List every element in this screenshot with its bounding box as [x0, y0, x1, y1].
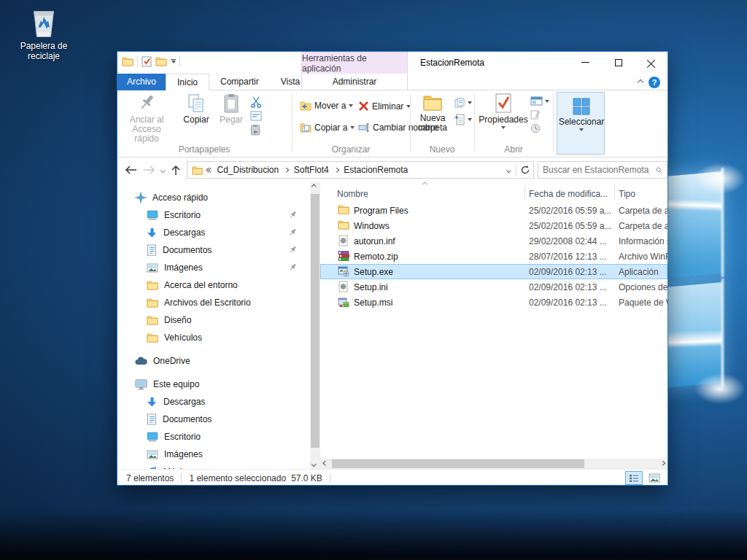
copy-path-icon[interactable]	[250, 111, 262, 121]
copy-icon	[187, 93, 206, 114]
crumb-item[interactable]: EstacionRemota	[339, 165, 412, 175]
properties-icon[interactable]	[142, 56, 152, 67]
recent-locations-icon[interactable]	[160, 168, 165, 172]
sidebar-item-escritorio[interactable]: Escritorio	[117, 206, 310, 224]
column-header-nombre[interactable]: Nombre	[337, 189, 368, 199]
close-button[interactable]	[635, 52, 667, 73]
delete-button[interactable]: Eliminar	[358, 101, 411, 112]
documents-icon	[147, 244, 157, 256]
file-row[interactable]: Remoto.zip 28/07/2016 12:13 ... Archivo …	[320, 249, 667, 264]
file-row-selected[interactable]: Setup.exe 02/09/2016 02:13 ... Aplicació…	[320, 264, 667, 279]
refresh-icon[interactable]	[520, 165, 530, 175]
collapse-ribbon-icon[interactable]	[638, 79, 643, 85]
list-header: Nombre Fecha de modifica... Tipo	[320, 182, 667, 203]
thumbnail-view-button[interactable]	[646, 471, 663, 485]
scroll-right-icon[interactable]	[660, 461, 665, 465]
sidebar-scrollbar[interactable]	[310, 182, 320, 469]
recycle-bin-desktop-icon[interactable]: Papelera de reciclaje	[7, 6, 80, 61]
forward-icon[interactable]	[143, 165, 155, 175]
crumb-overflow-icon[interactable]	[207, 168, 213, 172]
properties-icon	[495, 93, 512, 114]
tab-compartir[interactable]: Compartir	[209, 74, 270, 90]
tab-administrar[interactable]: Administrar	[301, 74, 408, 90]
file-row[interactable]: autorun.inf 29/02/2008 02:44 ... Informa…	[320, 233, 667, 249]
folder-icon[interactable]	[122, 56, 133, 66]
folder-icon	[147, 280, 158, 290]
search-icon[interactable]	[656, 166, 662, 175]
search-box[interactable]	[538, 161, 667, 179]
new-item-button[interactable]	[454, 98, 472, 108]
horizontal-scrollbar[interactable]	[320, 459, 667, 469]
breadcrumb[interactable]: Cd_Distribucion SoftFlot4 EstacionRemota	[187, 161, 535, 179]
tab-archivo[interactable]: Archivo	[117, 74, 166, 90]
column-header-fecha[interactable]: Fecha de modifica...	[529, 189, 608, 199]
back-icon[interactable]	[125, 165, 137, 175]
search-input[interactable]	[543, 165, 656, 175]
easy-access-button[interactable]	[454, 114, 472, 125]
scroll-up-icon[interactable]	[311, 184, 316, 189]
sidebar-item-imagenes-pc[interactable]: Imágenes	[117, 446, 310, 463]
clipboard-small-buttons	[250, 96, 262, 136]
copy-to-button[interactable]: Copiar a	[300, 122, 355, 133]
context-tab-header: Herramientas de aplicación	[301, 52, 408, 74]
sidebar-item-documentos[interactable]: Documentos	[117, 241, 310, 259]
minimize-button[interactable]	[569, 52, 602, 73]
properties-button[interactable]: Propiedades	[479, 93, 527, 129]
sidebar-item-descargas[interactable]: Descargas	[117, 224, 310, 241]
scrollbar-thumb[interactable]	[332, 459, 584, 468]
ribbon: Anclar al Acceso rápido Copiar Pegar	[117, 90, 667, 158]
sidebar-item-folder[interactable]: Diseño	[117, 311, 310, 329]
file-row[interactable]: Windows 25/02/2016 05:59 a... Carpeta de…	[320, 218, 667, 233]
sidebar-item-quick-access[interactable]: Acceso rápido	[117, 189, 310, 206]
sidebar-item-folder[interactable]: Acerca del entorno	[117, 276, 310, 294]
scroll-left-icon[interactable]	[323, 461, 328, 465]
open-button[interactable]	[530, 96, 549, 106]
sidebar-item-este-equipo[interactable]: Este equipo	[117, 376, 310, 393]
paste-shortcut-icon[interactable]	[250, 124, 260, 136]
help-icon[interactable]: ?	[649, 77, 660, 88]
dropdown-icon	[501, 126, 506, 129]
ini-file-icon	[338, 281, 349, 292]
sidebar-item-folder[interactable]: Vehículos	[117, 329, 310, 346]
select-button[interactable]: Seleccionar	[557, 97, 605, 131]
easy-access-icon	[454, 114, 465, 125]
maximize-button[interactable]	[602, 52, 635, 73]
new-small-buttons	[454, 98, 472, 125]
sidebar-item-escritorio-pc[interactable]: Escritorio	[117, 428, 310, 446]
file-row[interactable]: Program Files 25/02/2016 05:59 a... Carp…	[320, 203, 667, 218]
dropdown-icon	[545, 100, 549, 103]
move-to-button[interactable]: Mover a	[300, 101, 353, 111]
new-folder-icon	[422, 93, 443, 112]
sidebar-item-musica[interactable]: Música	[117, 463, 310, 469]
crumb-item[interactable]: SoftFlot4	[290, 165, 333, 175]
copy-button[interactable]: Copiar	[179, 93, 214, 125]
crumb-item[interactable]: Cd_Distribucion	[213, 165, 284, 175]
title-bar[interactable]: Herramientas de aplicación EstacionRemot…	[117, 52, 667, 74]
sidebar-item-onedrive[interactable]: OneDrive	[117, 352, 310, 370]
file-row[interactable]: Setup.msi 02/09/2016 02:13 ... Paquete d…	[320, 295, 667, 310]
recycle-bin-icon	[27, 6, 61, 39]
selection-count: 1 elemento seleccionado	[189, 473, 286, 483]
new-folder-icon[interactable]	[155, 56, 167, 66]
scrollbar-thumb[interactable]	[311, 194, 320, 448]
history-icon[interactable]	[530, 123, 541, 133]
tab-inicio[interactable]: Inicio	[166, 74, 209, 90]
sidebar-item-descargas-pc[interactable]: Descargas	[117, 393, 310, 411]
sidebar-item-documentos-pc[interactable]: Documentos	[117, 411, 310, 428]
sidebar-item-imagenes[interactable]: Imágenes	[117, 259, 310, 276]
new-folder-button[interactable]: Nueva carpeta	[414, 93, 452, 133]
column-header-tipo[interactable]: Tipo	[619, 189, 635, 199]
up-icon[interactable]	[171, 165, 181, 176]
details-view-button[interactable]	[625, 471, 643, 485]
file-row[interactable]: Setup.ini 02/09/2016 02:13 ... Opciones …	[320, 279, 667, 295]
cut-icon[interactable]	[250, 96, 262, 108]
paste-button[interactable]: Pegar	[215, 93, 247, 125]
sidebar-item-folder[interactable]: Archivos del Escritorio	[117, 294, 310, 311]
scroll-down-icon[interactable]	[311, 462, 316, 466]
pictures-icon	[147, 450, 158, 459]
move-to-icon	[300, 101, 311, 111]
customize-qat-button[interactable]	[171, 59, 176, 63]
address-dropdown-icon[interactable]	[506, 168, 511, 172]
edit-icon[interactable]	[530, 109, 541, 120]
pin-quick-access-button[interactable]: Anclar al Acceso rápido	[119, 93, 174, 144]
